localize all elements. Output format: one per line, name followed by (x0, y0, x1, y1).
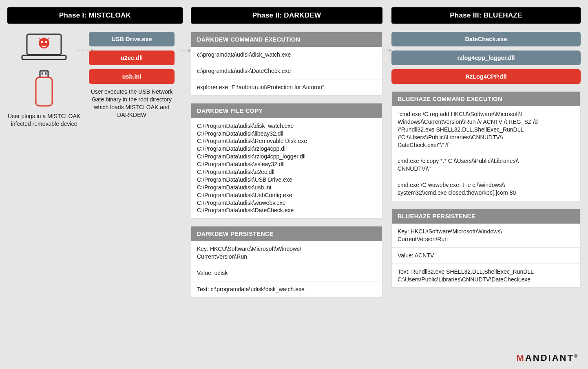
usb-drive-icon (33, 70, 55, 109)
phase1-left-panel: User plugs in a MISTCLOAK infected remov… (7, 32, 81, 128)
card-row: cmd.exe /c copy *.* C:\\Users\\Public\\L… (392, 153, 580, 177)
card-row: Text: c:\programdata\udisk\disk_watch.ex… (191, 281, 382, 297)
pill-usb-drive-exe: USB Drive.exe (89, 32, 175, 46)
phase1-left-text: User plugs in a MISTCLOAK infected remov… (7, 112, 81, 128)
phase1-right-panel: USB Drive.exe u2ec.dll usb.ini User exec… (89, 32, 175, 128)
svg-point-3 (41, 41, 43, 43)
pill-rzlog4cpp-dll: RzLog4CPP.dll (391, 69, 581, 84)
card-row: Text: Rundll32.exe SHELL32.DLL,ShellExec… (392, 264, 580, 288)
card-row: Key: HKCU\Software\Microsoft\Windows\ Cu… (392, 224, 580, 247)
card-row: cmd.exe /C wuwebv.exe -t -e c:\\windows\… (392, 177, 580, 201)
svg-rect-11 (36, 77, 52, 106)
svg-rect-8 (40, 71, 48, 77)
svg-rect-9 (42, 72, 43, 75)
arrow-phase2-to-phase3 (382, 50, 391, 51)
card-header: DARKDEW COMMAND EXECUTION (191, 32, 382, 47)
darkdew-cmd-exec-card: DARKDEW COMMAND EXECUTION c:\programdata… (191, 32, 382, 96)
phase1-header: Phase I: MISTCLOAK (7, 7, 183, 24)
card-row: c:\programdata\udisk\DateCheck.exe (191, 63, 382, 79)
phase3-pill-stack: DateCheck.exe rzlog4cpp_logger.dll RzLog… (391, 32, 581, 84)
phase1-body: User plugs in a MISTCLOAK infected remov… (7, 32, 183, 128)
pill-u2ec-dll: u2ec.dll (89, 51, 175, 65)
card-row: explorer.exe “E:\autorun.inf\Protection … (191, 79, 382, 95)
bluehaze-cmd-exec-card: BLUEHAZE COMMAND EXECUTION “cmd.exe /C r… (391, 91, 581, 201)
infected-laptop-icon (20, 32, 69, 63)
svg-line-7 (47, 38, 49, 40)
svg-rect-1 (22, 55, 66, 59)
bluehaze-persistence-card: BLUEHAZE PERSISTENCE Key: HKCU\Software\… (391, 209, 581, 288)
darkdew-persistence-card: DARKDEW PERSISTENCE Key: HKCU\Software\M… (191, 226, 382, 298)
logo-text: ANDIANT (525, 353, 574, 363)
phase1-column: Phase I: MISTCLOAK User pl (7, 7, 183, 128)
card-row: “cmd.exe /C reg add HKCU\\Software\\Micr… (392, 106, 580, 153)
svg-rect-10 (45, 72, 46, 75)
card-row: C:\ProgramData\udisk\disk_watch.exe C:\P… (191, 118, 382, 219)
svg-line-6 (39, 38, 41, 40)
mandiant-logo: MANDIANT® (517, 353, 577, 363)
card-header: DARKDEW PERSISTENCE (191, 226, 382, 241)
card-row: Key: HKCU\Software\Microsoft\Windows\ Cu… (191, 241, 382, 265)
phase2-column: Phase II: DARKDEW DARKDEW COMMAND EXECUT… (191, 7, 382, 305)
card-row: c:\programdata\udisk\disk_watch.exe (191, 47, 382, 63)
card-header: BLUEHAZE COMMAND EXECUTION (392, 92, 580, 106)
phase1-right-text: User executes the USB Network Gate binar… (89, 88, 175, 119)
card-header: DARKDEW FILE COPY (191, 103, 382, 118)
pill-usb-ini: usb.ini (89, 69, 175, 84)
svg-point-4 (45, 41, 47, 43)
card-row: Value: udisk (191, 265, 382, 281)
pill-datecheck-exe: DateCheck.exe (391, 32, 581, 46)
card-row: Value: ACNTV (392, 247, 580, 264)
phase3-column: Phase III: BLUEHAZE DateCheck.exe rzlog4… (391, 7, 581, 295)
phase2-header: Phase II: DARKDEW (191, 7, 382, 24)
pill-rzlog-logger-dll: rzlog4cpp_logger.dll (391, 51, 581, 65)
darkdew-file-copy-card: DARKDEW FILE COPY C:\ProgramData\udisk\d… (191, 103, 382, 219)
phase3-header: Phase III: BLUEHAZE (391, 7, 581, 24)
card-header: BLUEHAZE PERSISTENCE (392, 209, 580, 224)
